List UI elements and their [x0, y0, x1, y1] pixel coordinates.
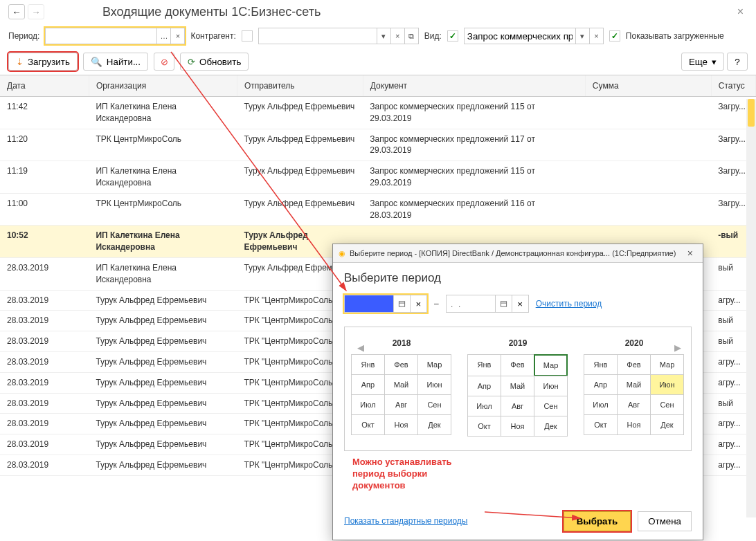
help-button[interactable]: ?: [727, 53, 748, 71]
date-to-clear-button[interactable]: ×: [512, 295, 528, 312]
month-cell[interactable]: Окт: [467, 416, 501, 437]
month-cell[interactable]: Май: [617, 374, 651, 395]
month-cell[interactable]: Фев: [384, 354, 418, 375]
refresh-button[interactable]: ⟳ Обновить: [180, 53, 249, 71]
col-status[interactable]: Статус: [711, 75, 755, 97]
period-dropdown-button[interactable]: …: [156, 28, 170, 44]
month-cell[interactable]: Мар: [534, 354, 568, 376]
standard-periods-link[interactable]: Показать стандартные периоды: [344, 516, 467, 526]
month-cell[interactable]: Ноя: [501, 416, 534, 437]
cell-sum: [585, 97, 711, 129]
month-cell[interactable]: Фев: [617, 354, 651, 375]
date-from-clear-button[interactable]: ×: [410, 295, 426, 312]
view-field[interactable]: ▾ ×: [464, 28, 604, 44]
date-to-calendar-button[interactable]: [495, 295, 512, 312]
month-cell[interactable]: Дек: [534, 416, 568, 437]
month-cell[interactable]: Апр: [584, 374, 618, 395]
cell-sender: Турук Альфред Ефремьевич: [237, 161, 363, 194]
date-from-calendar-button[interactable]: [393, 295, 410, 312]
period-clear-button[interactable]: ×: [170, 28, 184, 44]
month-cell[interactable]: Июн: [650, 374, 684, 395]
month-cell[interactable]: Июн: [417, 374, 451, 395]
year-next-button[interactable]: ▶: [670, 341, 683, 354]
more-button-label: Еще: [689, 57, 708, 67]
month-cell[interactable]: Авг: [501, 396, 534, 416]
scrollbar[interactable]: [746, 99, 756, 517]
contragent-open-button[interactable]: ⧉: [404, 28, 418, 44]
table-row[interactable]: 11:20ТРК ЦентрМикроСольТурук Альфред Ефр…: [0, 129, 756, 161]
month-cell[interactable]: Апр: [351, 374, 385, 395]
month-cell[interactable]: Июл: [584, 394, 618, 415]
month-cell[interactable]: Апр: [467, 376, 501, 396]
nav-back-button[interactable]: ←: [8, 4, 25, 19]
month-cell[interactable]: Мар: [650, 354, 684, 375]
col-sender[interactable]: Отправитель: [237, 75, 363, 97]
month-cell[interactable]: Сен: [417, 394, 451, 415]
table-row[interactable]: 11:42ИП Калеткина Елена ИскандеровнаТуру…: [0, 97, 756, 129]
contragent-clear-button[interactable]: ×: [390, 28, 404, 44]
scrollbar-thumb[interactable]: [748, 99, 755, 127]
month-cell[interactable]: Ноя: [384, 414, 418, 435]
month-cell[interactable]: Июн: [534, 376, 568, 396]
cancel-button[interactable]: Отмена: [638, 511, 692, 531]
contragent-input[interactable]: [259, 28, 377, 44]
month-cell[interactable]: Янв: [467, 354, 501, 376]
view-dropdown-button[interactable]: ▾: [575, 28, 589, 44]
month-cell[interactable]: Окт: [584, 414, 618, 435]
month-cell[interactable]: Сен: [650, 394, 684, 415]
show-loaded-checkbox[interactable]: [609, 30, 620, 42]
month-cell[interactable]: Фев: [501, 354, 534, 376]
month-cell[interactable]: Мар: [417, 354, 451, 375]
table-row[interactable]: 11:19ИП Калеткина Елена ИскандеровнаТуру…: [0, 161, 756, 194]
month-cell[interactable]: Янв: [584, 354, 618, 375]
close-icon[interactable]: ×: [733, 5, 748, 19]
select-button[interactable]: Выбрать: [564, 511, 631, 531]
col-doc[interactable]: Документ: [363, 75, 585, 97]
period-input[interactable]: [46, 28, 156, 44]
period-dialog: ◉ Выберите период - [КОПИЯ] DirectBank /…: [332, 244, 703, 540]
month-cell[interactable]: Сен: [534, 396, 568, 416]
view-clear-button[interactable]: ×: [589, 28, 603, 44]
find-button[interactable]: 🔍 Найти...: [83, 53, 148, 71]
month-cell[interactable]: Авг: [617, 394, 651, 415]
table-row[interactable]: 11:00ТРК ЦентрМикроСольТурук Альфред Ефр…: [0, 193, 756, 226]
year-label[interactable]: 2019: [468, 338, 568, 348]
period-field[interactable]: … ×: [45, 28, 185, 44]
col-date[interactable]: Дата: [0, 75, 89, 97]
contragent-checkbox[interactable]: [242, 30, 253, 42]
col-org[interactable]: Организация: [89, 75, 237, 97]
contragent-field[interactable]: ▾ × ⧉: [258, 28, 419, 44]
month-cell[interactable]: Дек: [650, 414, 684, 435]
month-cell[interactable]: Июл: [351, 394, 385, 415]
nav-forward-button[interactable]: →: [28, 4, 44, 19]
month-cell[interactable]: Май: [384, 374, 418, 395]
dialog-close-button[interactable]: ×: [683, 247, 697, 259]
view-input[interactable]: [465, 28, 575, 44]
contragent-dropdown-button[interactable]: ▾: [377, 28, 390, 44]
month-cell[interactable]: Янв: [351, 354, 385, 375]
date-from-input[interactable]: [345, 295, 393, 312]
cell-org: Турук Альфред Ефремьевич: [89, 455, 237, 475]
year-label[interactable]: 2018: [352, 338, 451, 348]
month-cell[interactable]: Июл: [467, 396, 501, 416]
load-button[interactable]: ⇣ Загрузить: [8, 53, 78, 71]
clear-search-button[interactable]: ⊘: [154, 53, 174, 71]
date-to-input[interactable]: [447, 295, 495, 312]
date-from-field[interactable]: ×: [344, 295, 427, 313]
month-cell[interactable]: Ноя: [617, 414, 651, 435]
year-label[interactable]: 2020: [584, 338, 684, 348]
dialog-icon: ◉: [339, 249, 345, 258]
cell-doc: Запрос коммерческих предложений 116 от 2…: [363, 193, 585, 226]
col-sum[interactable]: Сумма: [585, 75, 711, 97]
date-to-field[interactable]: ×: [446, 295, 529, 313]
clear-period-link[interactable]: Очистить период: [536, 299, 602, 309]
year-prev-button[interactable]: ◀: [353, 341, 366, 354]
month-cell[interactable]: Май: [501, 376, 534, 396]
dialog-titlebar[interactable]: ◉ Выберите период - [КОПИЯ] DirectBank /…: [333, 244, 703, 263]
view-checkbox[interactable]: [447, 30, 458, 42]
month-cell[interactable]: Окт: [351, 414, 385, 435]
more-button[interactable]: Еще ▾: [681, 53, 724, 71]
cell-date: 28.03.2019: [0, 311, 89, 331]
month-cell[interactable]: Авг: [384, 394, 418, 415]
month-cell[interactable]: Дек: [417, 414, 451, 435]
